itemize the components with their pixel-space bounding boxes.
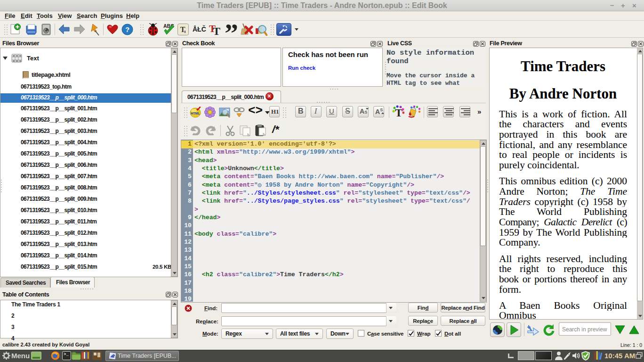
svg-text:?: ? <box>125 25 129 33</box>
svg-text:HTML: HTML <box>191 112 200 115</box>
svg-text:T: T <box>213 25 220 36</box>
svg-text:T: T <box>395 107 402 118</box>
